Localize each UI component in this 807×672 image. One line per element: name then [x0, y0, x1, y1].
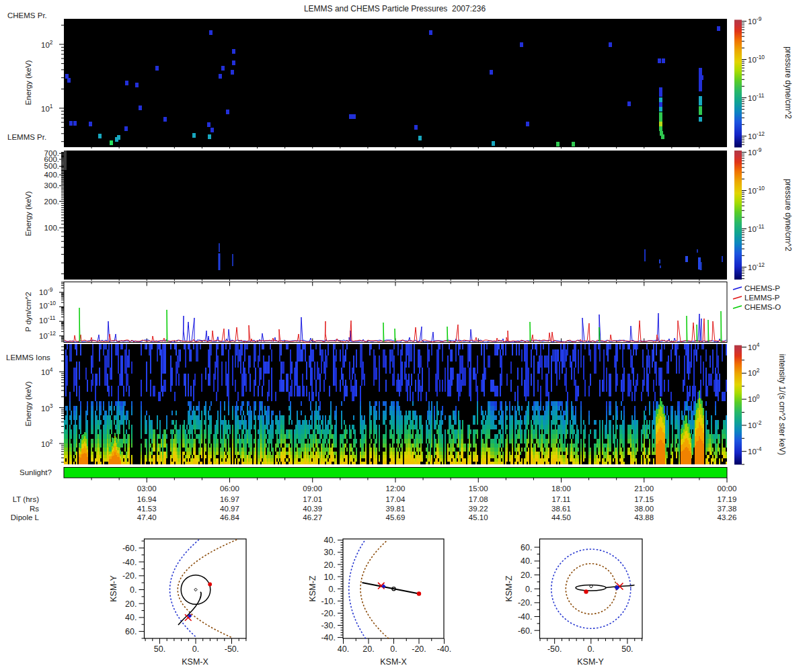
- svg-text:200.: 200.: [44, 198, 59, 206]
- svg-text:0.: 0.: [390, 644, 397, 654]
- svg-text:-50.: -50.: [547, 644, 562, 654]
- svg-text:CHEMS-P: CHEMS-P: [744, 284, 780, 292]
- svg-text:0.: 0.: [525, 585, 532, 594]
- svg-text:intensity 1/(s cm^2 ster keV): intensity 1/(s cm^2 ster keV): [777, 354, 787, 455]
- svg-text:-10.: -10.: [321, 597, 336, 606]
- svg-text:47.40: 47.40: [137, 513, 157, 521]
- svg-text:LEMMS Pr.: LEMMS Pr.: [7, 133, 46, 141]
- svg-text:20.: 20.: [324, 560, 336, 570]
- svg-text:40.: 40.: [338, 644, 349, 654]
- svg-text:39.81: 39.81: [386, 505, 406, 513]
- svg-text:-40.: -40.: [122, 558, 137, 567]
- svg-text:LEMMS-P: LEMMS-P: [744, 294, 780, 302]
- svg-text:10.: 10.: [324, 573, 336, 582]
- svg-text:41.53: 41.53: [137, 505, 157, 513]
- svg-text:17.11: 17.11: [552, 495, 571, 503]
- svg-text:KSM-X: KSM-X: [182, 657, 208, 667]
- svg-text:20.: 20.: [362, 644, 374, 654]
- svg-text:40.39: 40.39: [303, 505, 322, 513]
- svg-text:38.00: 38.00: [634, 505, 654, 513]
- svg-text:60.: 60.: [125, 627, 137, 636]
- svg-text:Dipole L: Dipole L: [11, 513, 40, 521]
- svg-text:KSM-X: KSM-X: [380, 657, 407, 667]
- svg-text:16.94: 16.94: [137, 495, 157, 503]
- svg-text:-40.: -40.: [437, 644, 452, 654]
- svg-text:17.01: 17.01: [303, 495, 322, 503]
- svg-text:-20.: -20.: [122, 571, 137, 581]
- svg-text:30.: 30.: [324, 548, 336, 557]
- svg-text:LEMMS Ions: LEMMS Ions: [6, 353, 50, 362]
- svg-text:Rs: Rs: [30, 505, 39, 513]
- svg-text:-60.: -60.: [518, 626, 533, 636]
- svg-text:KSM-Z: KSM-Z: [504, 575, 514, 601]
- svg-text:43.26: 43.26: [718, 513, 737, 521]
- svg-text:50.: 50.: [154, 644, 165, 654]
- svg-text:0.: 0.: [130, 585, 137, 595]
- svg-text:50.: 50.: [621, 644, 633, 654]
- svg-text:46.27: 46.27: [303, 513, 322, 521]
- svg-text:300.: 300.: [44, 181, 59, 190]
- svg-text:-20.: -20.: [321, 609, 336, 618]
- svg-text:Energy (keV): Energy (keV): [24, 381, 32, 426]
- svg-text:-40.: -40.: [321, 633, 336, 642]
- svg-text:-50.: -50.: [225, 644, 239, 654]
- svg-text:KSM-Y: KSM-Y: [577, 657, 604, 667]
- svg-text:18:00: 18:00: [551, 485, 571, 493]
- svg-text:Energy (keV): Energy (keV): [24, 191, 32, 236]
- svg-text:-60.: -60.: [122, 544, 137, 553]
- svg-text:P dyn/cm^2: P dyn/cm^2: [24, 292, 32, 332]
- svg-text:-20.: -20.: [518, 598, 533, 607]
- svg-text:17.15: 17.15: [634, 495, 654, 503]
- svg-text:pressure dyne/cm^2: pressure dyne/cm^2: [783, 46, 793, 119]
- svg-text:700.: 700.: [44, 149, 59, 157]
- svg-text:400.: 400.: [44, 171, 59, 179]
- svg-text:44.50: 44.50: [551, 513, 571, 521]
- svg-text:40.: 40.: [324, 536, 336, 545]
- svg-text:38.61: 38.61: [551, 505, 571, 513]
- svg-text:Energy (keV): Energy (keV): [24, 60, 32, 105]
- svg-text:17.08: 17.08: [469, 495, 488, 503]
- svg-text:20.: 20.: [521, 571, 532, 580]
- svg-text:100.: 100.: [44, 224, 59, 232]
- svg-text:15:00: 15:00: [469, 485, 488, 493]
- svg-text:CHEMS-O: CHEMS-O: [744, 303, 781, 311]
- svg-text:17.04: 17.04: [386, 495, 406, 503]
- svg-text:0.: 0.: [588, 644, 594, 654]
- svg-text:LT (hrs): LT (hrs): [13, 495, 39, 503]
- svg-text:45.10: 45.10: [469, 513, 488, 521]
- svg-text:00:00: 00:00: [718, 485, 737, 493]
- svg-text:LEMMS and CHEMS Particle Press: LEMMS and CHEMS Particle Pressures 2007:…: [304, 4, 486, 13]
- svg-text:39.22: 39.22: [469, 505, 488, 513]
- svg-text:16.97: 16.97: [220, 495, 239, 503]
- svg-text:pressure dyne/cm^2: pressure dyne/cm^2: [783, 179, 793, 251]
- svg-text:-20.: -20.: [412, 644, 426, 654]
- svg-text:60.: 60.: [521, 543, 532, 552]
- svg-text:37.38: 37.38: [718, 505, 737, 513]
- svg-text:-30.: -30.: [321, 621, 336, 630]
- svg-text:CHEMS Pr.: CHEMS Pr.: [7, 11, 47, 19]
- svg-text:KSM-Z: KSM-Z: [308, 575, 317, 601]
- svg-text:21:00: 21:00: [634, 485, 654, 493]
- svg-text:40.: 40.: [125, 613, 137, 622]
- svg-text:40.97: 40.97: [220, 505, 239, 513]
- svg-text:40.: 40.: [521, 556, 532, 566]
- svg-text:0.: 0.: [329, 585, 336, 594]
- svg-text:-40.: -40.: [518, 612, 533, 622]
- svg-text:12:00: 12:00: [386, 485, 406, 493]
- svg-text:17.19: 17.19: [718, 495, 737, 503]
- svg-text:43.88: 43.88: [634, 513, 654, 521]
- svg-text:Sunlight?: Sunlight?: [20, 468, 52, 476]
- svg-text:06:00: 06:00: [220, 485, 239, 493]
- svg-text:46.84: 46.84: [220, 513, 239, 521]
- svg-text:0.: 0.: [192, 644, 199, 654]
- svg-text:45.69: 45.69: [386, 513, 406, 521]
- svg-text:03:00: 03:00: [137, 485, 157, 493]
- svg-text:09:00: 09:00: [303, 485, 322, 493]
- svg-text:500.: 500.: [44, 162, 59, 170]
- svg-text:KSM-Y: KSM-Y: [109, 575, 118, 602]
- svg-text:20.: 20.: [125, 599, 137, 609]
